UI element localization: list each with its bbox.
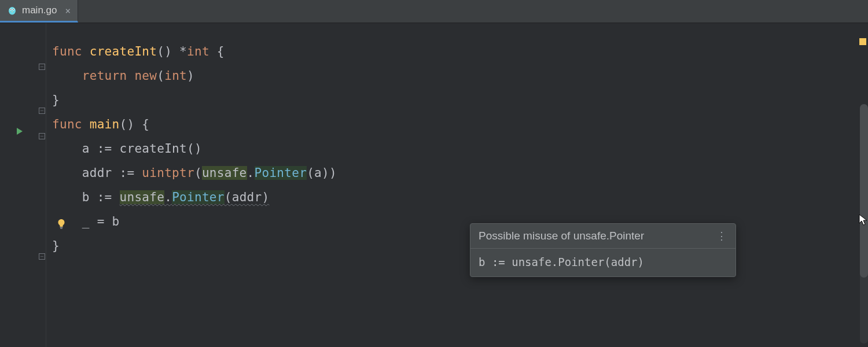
code-line[interactable]: _ = b [52,209,858,234]
tooltip-title: Possible misuse of unsafe.Pointer [479,230,644,242]
fold-toggle-icon[interactable]: – [39,133,45,139]
overview-ruler [858,23,868,347]
code-line[interactable]: func main() { [52,112,858,136]
tab-label: main.go [22,5,57,16]
code-line[interactable]: } [52,88,858,112]
inspection-tooltip: Possible misuse of unsafe.Pointer ⋮ b :=… [470,223,736,277]
svg-marker-6 [17,128,23,135]
go-file-icon [7,5,17,16]
fold-toggle-icon[interactable]: – [39,64,45,70]
fold-toggle-icon[interactable]: – [39,108,45,114]
svg-rect-8 [60,228,62,228]
run-icon[interactable] [15,126,25,136]
gutter: – – – – [0,23,46,347]
tooltip-more-icon[interactable]: ⋮ [716,230,727,242]
code-line[interactable]: } [52,234,858,258]
code-line[interactable]: addr := uintptr(unsafe.Pointer(a)) [52,161,858,185]
inspection-status-icon[interactable] [859,38,866,45]
svg-rect-7 [60,227,63,228]
scrollbar-thumb[interactable] [860,104,868,278]
svg-point-5 [12,12,13,13]
tab-bar: main.go × [0,0,868,23]
code-line[interactable]: a := createInt() [52,136,858,161]
editor: – – – – func createInt() *int { return n… [0,23,868,347]
mouse-cursor-icon [859,214,868,227]
fold-toggle-icon[interactable]: – [39,253,45,260]
tooltip-body: b := unsafe.Pointer(addr) [470,249,735,276]
tooltip-header: Possible misuse of unsafe.Pointer ⋮ [470,224,735,249]
code-line[interactable]: b := unsafe.Pointer(addr) [52,185,858,209]
code-line[interactable]: func createInt() *int { [52,39,858,64]
svg-point-3 [10,9,12,10]
close-tab-icon[interactable]: × [65,5,71,16]
svg-point-0 [9,7,16,15]
intention-bulb-icon[interactable] [56,219,67,230]
code-area[interactable]: func createInt() *int { return new(int)}… [46,23,858,347]
file-tab-main-go[interactable]: main.go × [0,0,78,23]
svg-point-4 [13,9,14,10]
code-line[interactable]: return new(int) [52,64,858,88]
